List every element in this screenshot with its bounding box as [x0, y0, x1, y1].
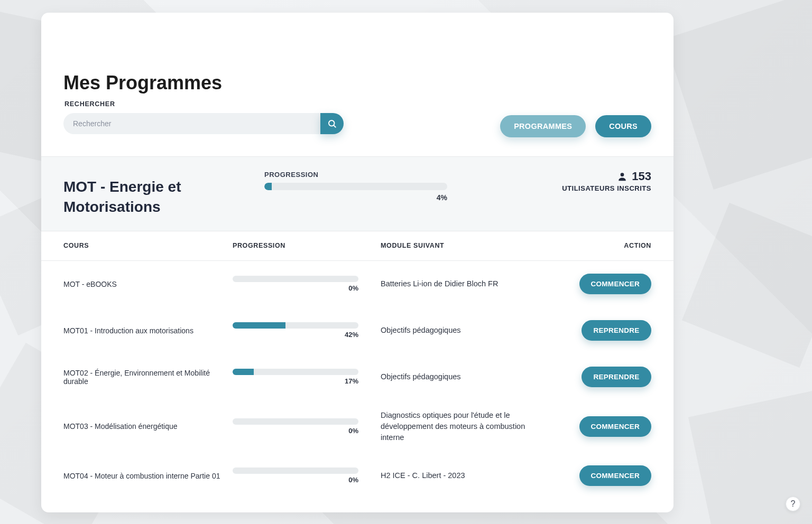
enrolled-count: 153: [632, 170, 651, 183]
next-module: H2 ICE - C. Libert - 2023: [381, 470, 535, 481]
action-cell: COMMENCER: [546, 416, 651, 437]
course-title: MOT - eBOOKS: [63, 280, 222, 288]
next-module: Objectifs pédagogiques: [381, 371, 535, 382]
next-module: Batteries Li-ion de Didier Bloch FR: [381, 278, 535, 289]
table-row: MOT04 - Moteur à combustion interne Part…: [41, 453, 673, 499]
svg-line-1: [334, 125, 335, 127]
program-summary: MOT - Energie et Motorisations PROGRESSI…: [41, 156, 673, 231]
action-button[interactable]: REPRENDRE: [582, 320, 651, 341]
action-cell: REPRENDRE: [546, 367, 651, 387]
search-icon: [327, 119, 337, 128]
tab-programmes[interactable]: PROGRAMMES: [500, 115, 586, 137]
enrolled-label: UTILISATEURS INSCRITS: [503, 184, 651, 192]
course-progress-pct: 0%: [233, 476, 358, 484]
tab-group: PROGRAMMES COURS: [500, 115, 651, 137]
course-progress-pct: 17%: [233, 377, 358, 385]
action-button[interactable]: COMMENCER: [579, 465, 651, 486]
th-module: MODULE SUIVANT: [381, 242, 535, 249]
help-icon: ?: [791, 499, 796, 509]
course-progress-bar: [233, 276, 358, 282]
program-progress-fill: [264, 183, 272, 190]
th-course: COURS: [63, 242, 222, 249]
action-cell: REPRENDRE: [546, 320, 651, 341]
course-progress-bar: [233, 418, 358, 425]
svg-point-2: [621, 173, 624, 176]
action-button[interactable]: COMMENCER: [579, 416, 651, 437]
course-progress-bar: [233, 467, 358, 474]
search-group: [63, 113, 344, 134]
help-button[interactable]: ?: [786, 497, 800, 511]
course-progress-fill: [233, 369, 254, 375]
table-row: MOT02 - Énergie, Environnement et Mobili…: [41, 354, 673, 400]
search-label: RECHERCHER: [64, 100, 344, 108]
page-title: Mes Programmes: [63, 72, 651, 94]
action-cell: COMMENCER: [546, 274, 651, 294]
course-progress: 17%: [233, 369, 370, 385]
user-icon: [617, 171, 628, 182]
course-title: MOT03 - Modélisation énergétique: [63, 422, 222, 431]
course-progress-pct: 42%: [233, 331, 358, 339]
course-progress-bar: [233, 322, 358, 329]
course-title: MOT04 - Moteur à combustion interne Part…: [63, 472, 222, 480]
program-title: MOT - Energie et Motorisations: [63, 177, 259, 217]
courses-table: COURS PROGRESSION MODULE SUIVANT ACTION …: [41, 231, 673, 499]
course-title: MOT01 - Introduction aux motorisations: [63, 326, 222, 335]
course-progress: 0%: [233, 418, 370, 435]
course-progress-pct: 0%: [233, 427, 358, 435]
search-button[interactable]: [320, 113, 344, 134]
action-cell: COMMENCER: [546, 465, 651, 486]
search-input[interactable]: [63, 113, 320, 134]
action-button[interactable]: REPRENDRE: [582, 367, 651, 387]
th-action: ACTION: [546, 242, 651, 249]
program-progress-bar: [264, 183, 447, 190]
next-module: Diagnostics optiques pour l'étude et le …: [381, 410, 535, 443]
course-progress: 42%: [233, 322, 370, 339]
enrolled-block: 153 UTILISATEURS INSCRITS: [503, 170, 651, 192]
course-progress-bar: [233, 369, 358, 375]
th-progress: PROGRESSION: [233, 242, 370, 249]
program-progress-pct: 4%: [264, 193, 447, 202]
table-row: MOT03 - Modélisation énergétique0%Diagno…: [41, 400, 673, 453]
main-card: Mes Programmes RECHERCHER PROGRAMMES COU: [41, 13, 673, 512]
course-progress-fill: [233, 322, 285, 329]
action-button[interactable]: COMMENCER: [579, 274, 651, 294]
table-row: MOT - eBOOKS0%Batteries Li-ion de Didier…: [41, 261, 673, 307]
table-row: MOT01 - Introduction aux motorisations42…: [41, 307, 673, 354]
course-progress: 0%: [233, 467, 370, 484]
tab-cours[interactable]: COURS: [595, 115, 651, 137]
course-title: MOT02 - Énergie, Environnement et Mobili…: [63, 369, 222, 386]
course-progress-pct: 0%: [233, 284, 358, 292]
program-progress-label: PROGRESSION: [264, 171, 498, 179]
course-progress: 0%: [233, 276, 370, 292]
table-header: COURS PROGRESSION MODULE SUIVANT ACTION: [41, 231, 673, 261]
next-module: Objectifs pédagogiques: [381, 325, 535, 336]
